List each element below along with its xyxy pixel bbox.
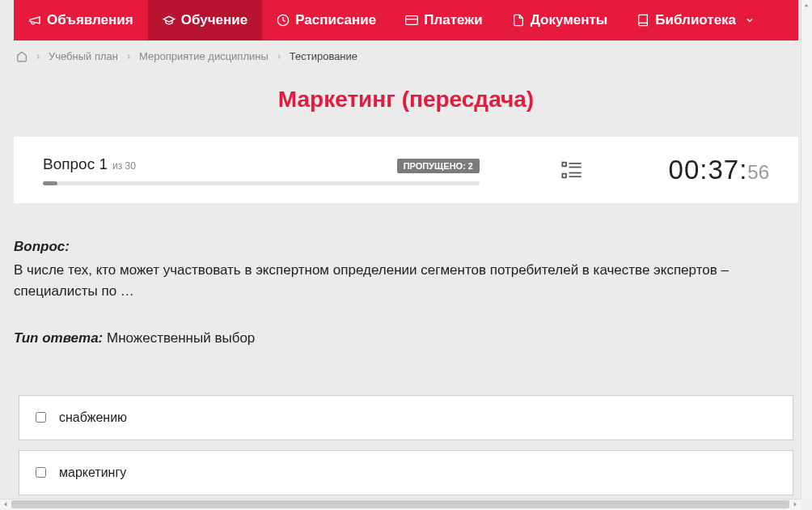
question-heading: Вопрос:: [14, 239, 798, 255]
status-bar: Вопрос 1 из 30 ПРОПУЩЕНО: 2 00:37:56: [14, 137, 798, 203]
book-icon: [636, 14, 649, 27]
option-checkbox[interactable]: [36, 467, 46, 478]
nav-label: Документы: [531, 12, 608, 28]
scroll-corner: [801, 499, 812, 510]
nav-label: Объявления: [47, 12, 133, 28]
answer-type: Тип ответа: Множественный выбор: [14, 330, 798, 346]
option-label: маркетингу: [59, 465, 126, 480]
navbar: Объявления Обучение Расписание Платежи Д…: [14, 0, 798, 40]
megaphone-icon: [28, 14, 41, 27]
svg-rect-4: [562, 174, 566, 178]
scroll-up-icon[interactable]: [801, 0, 812, 11]
svg-marker-11: [794, 502, 797, 506]
horizontal-scrollbar[interactable]: [0, 499, 812, 510]
nav-learning[interactable]: Обучение: [148, 0, 262, 40]
nav-library[interactable]: Библиотека: [622, 0, 769, 40]
option-label: снабжению: [59, 410, 127, 425]
skipped-badge: ПРОПУЩЕНО: 2: [397, 159, 480, 173]
scroll-right-icon[interactable]: [789, 499, 801, 510]
timer-seconds: 56: [747, 161, 769, 184]
chevron-right-icon: [125, 53, 133, 61]
answer-option[interactable]: маркетингу: [19, 450, 793, 495]
question-text: В числе тех, кто может участвовать в экс…: [14, 260, 798, 303]
nav-announcements[interactable]: Объявления: [14, 0, 148, 40]
chevron-right-icon: [275, 53, 283, 61]
scrollbar-thumb[interactable]: [11, 500, 789, 508]
scroll-left-icon[interactable]: [0, 499, 11, 510]
clock-icon: [277, 14, 290, 27]
nav-documents[interactable]: Документы: [497, 0, 623, 40]
chevron-down-icon: [745, 15, 755, 25]
nav-label: Библиотека: [655, 12, 736, 28]
nav-label: Расписание: [295, 12, 376, 28]
nav-schedule[interactable]: Расписание: [262, 0, 391, 40]
breadcrumb-link[interactable]: Мероприятие дисциплины: [139, 50, 269, 62]
question-body: Вопрос: В числе тех, кто может участвова…: [14, 203, 798, 510]
answer-option[interactable]: снабжению: [19, 395, 793, 440]
question-list-icon[interactable]: [560, 159, 583, 181]
page-title: Маркетинг (пересдача): [14, 87, 798, 113]
chevron-right-icon: [34, 53, 42, 61]
svg-marker-9: [804, 4, 808, 6]
option-checkbox[interactable]: [36, 412, 46, 423]
question-number: Вопрос 1: [43, 155, 108, 173]
svg-rect-1: [406, 16, 418, 25]
home-icon[interactable]: [16, 51, 27, 62]
nav-label: Платежи: [424, 12, 483, 28]
graduation-cap-icon: [163, 14, 176, 27]
file-icon: [512, 14, 525, 27]
nav-payments[interactable]: Платежи: [391, 0, 497, 40]
credit-card-icon: [405, 14, 418, 27]
question-total: из 30: [112, 160, 136, 172]
breadcrumb-link[interactable]: Учебный план: [49, 50, 118, 62]
answer-options: снабжению маркетингу: [14, 371, 798, 510]
timer-minutes: 00:37:: [669, 155, 748, 185]
svg-marker-10: [4, 502, 6, 506]
progress-bar: [43, 181, 480, 185]
breadcrumb-current: Тестирование: [290, 50, 357, 62]
breadcrumb: Учебный план Мероприятие дисциплины Тест…: [14, 40, 798, 62]
vertical-scrollbar[interactable]: [801, 0, 812, 499]
svg-rect-3: [562, 163, 566, 167]
nav-label: Обучение: [181, 12, 247, 28]
